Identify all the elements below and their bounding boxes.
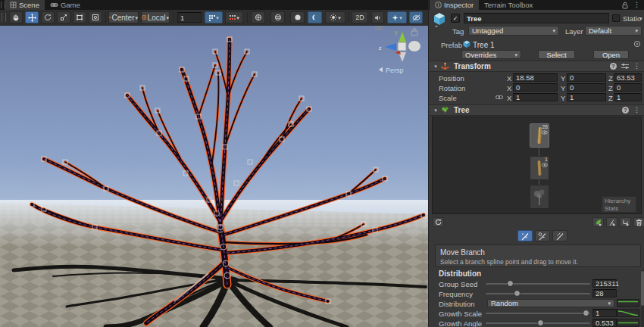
rotation-z-field[interactable]: 0	[614, 83, 642, 92]
prefab-select-button[interactable]: Select	[538, 50, 575, 59]
tab-game[interactable]: Game	[45, 0, 86, 10]
position-y-field[interactable]: 0	[567, 73, 606, 82]
foldout-icon[interactable]: ▼	[433, 64, 438, 69]
increment-snap-button[interactable]: ▾	[225, 11, 243, 23]
rotate-tool-button[interactable]	[41, 11, 55, 23]
rotate-branch-tool-button[interactable]	[535, 230, 550, 241]
2d-toggle-button[interactable]: 2D	[352, 11, 368, 23]
hint-title: Move Branch	[440, 248, 485, 257]
lock-icon[interactable]	[622, 2, 628, 9]
duplicate-node-button[interactable]	[620, 217, 631, 227]
visibility-eye-icon[interactable]	[542, 130, 548, 135]
move-branch-tool-button[interactable]	[517, 230, 533, 241]
distribution-curve-field[interactable]	[617, 299, 639, 307]
hand-tool-button[interactable]	[9, 11, 23, 23]
distribution-dropdown[interactable]: Random▾	[487, 299, 614, 307]
add-leaf-group-button[interactable]	[592, 217, 604, 227]
tab-terrain-toolbox[interactable]: Terrain Toolbox	[479, 0, 538, 10]
foldout-icon[interactable]: ▼	[433, 108, 438, 113]
branch-node-root[interactable]: 28	[530, 123, 549, 148]
position-z-field[interactable]: 63.53	[614, 73, 642, 82]
scene-visibility-button[interactable]	[409, 11, 423, 23]
lighting-dropdown-button[interactable]: ▾	[325, 11, 345, 23]
group-seed-value-field[interactable]: 215311	[592, 279, 617, 288]
help-icon[interactable]: ?	[610, 63, 617, 70]
prefab-open-button[interactable]: Open	[593, 50, 629, 59]
active-checkbox[interactable]: ✓	[451, 14, 460, 23]
transform-tool-button[interactable]	[89, 11, 102, 23]
prefab-settings-icon[interactable]	[633, 40, 641, 48]
grid-snap-button[interactable]: ▾	[205, 11, 223, 23]
kebab-menu-icon[interactable]: ⋮	[633, 63, 640, 70]
refresh-button[interactable]	[433, 217, 444, 227]
axis-z-label: Z	[608, 74, 613, 83]
position-x-field[interactable]: 18.58	[513, 73, 558, 82]
prefab-name[interactable]: Tree 1	[473, 41, 495, 49]
group-seed-slider[interactable]	[486, 279, 590, 288]
growth-scale-slider[interactable]	[486, 309, 590, 317]
layer-dropdown[interactable]: Default▾	[585, 26, 642, 36]
tab-inspector[interactable]: i Inspector	[430, 0, 479, 10]
growth-angle-curve-field[interactable]	[617, 319, 639, 327]
scale-z-field[interactable]: 1	[614, 93, 642, 101]
scale-x-field[interactable]: 1	[513, 93, 558, 101]
overrides-dropdown[interactable]: Overrides▾	[461, 50, 521, 59]
hierarchy-stats-toggle[interactable]: Hierarchy Stats	[602, 196, 636, 213]
presets-icon[interactable]	[621, 63, 629, 70]
gizmo-cube[interactable]	[398, 42, 406, 51]
tree-hierarchy-panel[interactable]: 28 1 Hierarchy Stats	[432, 117, 642, 214]
space-mode-dropdown[interactable]: Local▾	[141, 11, 170, 23]
transform-header[interactable]: ▼ Transform ? ⋮	[429, 61, 644, 72]
wireframe-mode-button[interactable]	[270, 11, 285, 23]
scale-tool-button[interactable]	[57, 11, 70, 23]
distribution-section-title: Distribution	[439, 269, 481, 278]
static-dropdown-icon[interactable]: ▾	[639, 16, 642, 21]
tree-component-icon	[441, 106, 449, 114]
scene-viewport[interactable]: y z Persp	[0, 26, 428, 327]
tree-component-header[interactable]: ▼ Tree ? ⋮	[429, 104, 644, 116]
drag-grip[interactable]	[1, 2, 5, 8]
growth-scale-curve-field[interactable]	[617, 309, 639, 317]
effects-toggle-button[interactable]: ▾	[387, 11, 407, 23]
gameobject-name-field[interactable]: Tree	[464, 13, 609, 23]
shaded-mode-button[interactable]	[251, 11, 265, 23]
kebab-menu-icon[interactable]: ⋮	[633, 107, 640, 114]
add-branch-group-button[interactable]	[606, 217, 617, 227]
scrollbar-track[interactable]	[641, 269, 644, 327]
branch-node-child[interactable]: 1	[530, 156, 549, 180]
shaded-wire-button[interactable]	[290, 11, 305, 23]
growth-angle-slider[interactable]	[486, 319, 590, 327]
tab-scene-label: Scene	[19, 1, 39, 9]
increment-snap-icon	[229, 14, 236, 21]
static-checkbox[interactable]	[612, 14, 620, 22]
scale-link-icon[interactable]	[496, 94, 503, 101]
rotation-x-field[interactable]: 0	[513, 83, 558, 92]
rect-tool-button[interactable]	[73, 11, 86, 23]
axis-z-label: z	[379, 45, 382, 51]
scene-lighting-button[interactable]	[308, 11, 322, 23]
growth-angle-value-field[interactable]: 0.533	[592, 319, 617, 327]
pivot-label: Center	[111, 14, 134, 22]
tab-scene[interactable]: Scene	[5, 0, 45, 10]
delete-node-button[interactable]	[633, 217, 644, 227]
tree-root-node[interactable]	[530, 185, 549, 209]
scrollbar-thumb[interactable]	[641, 271, 644, 306]
audio-toggle-button[interactable]	[371, 11, 384, 23]
rotation-y-field[interactable]: 0	[567, 83, 606, 92]
scale-icon	[60, 14, 67, 21]
pivot-mode-dropdown[interactable]: Center▾	[108, 11, 139, 23]
frequency-slider[interactable]	[486, 289, 590, 297]
right-axis-cone[interactable]	[408, 41, 420, 51]
tag-dropdown[interactable]: Untagged▾	[468, 26, 559, 36]
move-tool-button[interactable]	[25, 11, 39, 23]
visibility-eye-icon[interactable]	[542, 163, 548, 167]
kebab-menu-icon[interactable]: ⋮	[633, 2, 640, 8]
frequency-value-field[interactable]: 28	[592, 289, 617, 297]
scale-y-field[interactable]: 1	[567, 93, 606, 101]
growth-scale-value-field[interactable]: 1	[592, 309, 617, 317]
snap-value-field[interactable]: 1	[177, 12, 202, 23]
tab-inspector-label: Inspector	[444, 1, 474, 9]
persp-label[interactable]: Persp	[386, 67, 404, 74]
freehand-branch-tool-button[interactable]	[552, 230, 567, 241]
help-icon[interactable]: ?	[622, 107, 629, 114]
